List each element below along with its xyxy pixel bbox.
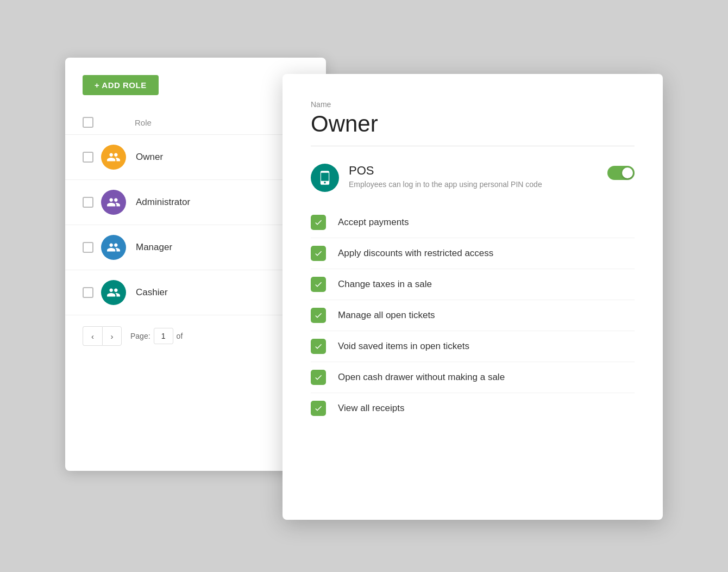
- page-of: of: [177, 332, 183, 340]
- manager-checkbox[interactable]: [83, 242, 93, 253]
- manager-name: Manager: [136, 242, 172, 253]
- pos-toggle-container: [607, 166, 635, 182]
- header-checkbox[interactable]: [83, 117, 93, 128]
- owner-checkbox[interactable]: [83, 152, 93, 163]
- permission-accept-payments[interactable]: Accept payments: [311, 207, 635, 238]
- permission-void-items[interactable]: Void saved items in open tickets: [311, 331, 635, 362]
- owner-name: Owner: [136, 152, 163, 163]
- accept-payments-check: [311, 215, 326, 230]
- owner-avatar: [101, 145, 126, 170]
- cashier-checkbox[interactable]: [83, 287, 93, 298]
- page-label: Page:: [130, 332, 150, 340]
- change-taxes-label: Change taxes in a sale: [338, 279, 432, 290]
- administrator-checkbox[interactable]: [83, 197, 93, 208]
- role-name-value: Owner: [311, 111, 635, 137]
- manager-avatar: [101, 235, 126, 260]
- pos-section: POS Employees can log in to the app usin…: [311, 164, 635, 192]
- pos-subtitle: Employees can log in to the app using pe…: [349, 180, 607, 189]
- void-items-check: [311, 339, 326, 354]
- apply-discounts-check: [311, 246, 326, 261]
- permission-apply-discounts[interactable]: Apply discounts with restricted access: [311, 238, 635, 269]
- administrator-avatar: [101, 190, 126, 215]
- permission-change-taxes[interactable]: Change taxes in a sale: [311, 269, 635, 300]
- name-label: Name: [311, 100, 635, 109]
- accept-payments-label: Accept payments: [338, 217, 409, 228]
- permission-manage-tickets[interactable]: Manage all open tickets: [311, 300, 635, 331]
- change-taxes-check: [311, 277, 326, 292]
- cashier-avatar: [101, 280, 126, 305]
- apply-discounts-label: Apply discounts with restricted access: [338, 248, 493, 259]
- pos-icon: [311, 164, 339, 192]
- open-cash-drawer-check: [311, 370, 326, 385]
- open-cash-drawer-label: Open cash drawer without making a sale: [338, 372, 505, 383]
- manage-tickets-label: Manage all open tickets: [338, 310, 435, 321]
- permissions-list: Accept payments Apply discounts with res…: [311, 207, 635, 424]
- role-column-header: Role: [135, 118, 152, 127]
- manage-tickets-check: [311, 308, 326, 323]
- pos-toggle[interactable]: [607, 166, 635, 180]
- void-items-label: Void saved items in open tickets: [338, 341, 469, 352]
- prev-page-button[interactable]: ‹: [83, 326, 102, 346]
- permission-view-receipts[interactable]: View all receipts: [311, 393, 635, 424]
- view-receipts-check: [311, 401, 326, 416]
- add-role-button[interactable]: + ADD ROLE: [83, 75, 159, 95]
- pos-title: POS: [349, 164, 607, 178]
- page-input[interactable]: [154, 328, 173, 344]
- pos-info: POS Employees can log in to the app usin…: [349, 164, 607, 189]
- next-page-button[interactable]: ›: [102, 326, 122, 346]
- toggle-slider: [607, 166, 635, 180]
- name-divider: [311, 146, 635, 146]
- administrator-name: Administrator: [136, 197, 190, 208]
- permission-open-cash-drawer[interactable]: Open cash drawer without making a sale: [311, 362, 635, 393]
- view-receipts-label: View all receipts: [338, 403, 405, 414]
- cashier-name: Cashier: [136, 287, 168, 298]
- detail-panel: Name Owner POS Employees can log in to t…: [283, 74, 663, 520]
